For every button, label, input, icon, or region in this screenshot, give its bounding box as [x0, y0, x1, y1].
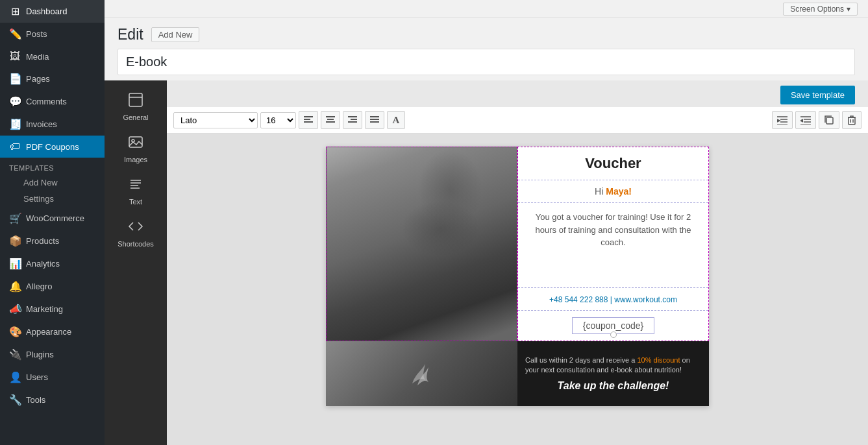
sidebar-item-users[interactable]: 👤 Users — [0, 366, 105, 389]
voucher-header-section: Voucher — [518, 147, 708, 180]
panel-item-text[interactable]: Text — [110, 171, 162, 211]
left-panel: General Images — [105, 80, 167, 445]
tools-icon: 🔧 — [9, 394, 21, 406]
sidebar-item-label: Analytics — [26, 259, 60, 269]
voucher-greeting-section: Hi Maya! — [518, 180, 708, 203]
svg-rect-0 — [129, 93, 142, 106]
indent-decrease-button[interactable] — [795, 111, 816, 129]
general-panel-icon — [128, 92, 143, 111]
allegro-icon: 🔔 — [9, 280, 21, 293]
template-name-row — [105, 49, 868, 80]
sidebar-item-marketing[interactable]: 📣 Marketing — [0, 298, 105, 320]
sidebar-item-analytics[interactable]: 📊 Analytics — [0, 252, 105, 275]
sidebar-item-label: Invoices — [26, 119, 57, 129]
duplicate-button[interactable] — [819, 111, 839, 129]
text-panel-icon — [128, 176, 143, 195]
page-header: Edit Add New — [105, 18, 868, 49]
panel-item-shortcodes[interactable]: Shortcodes — [110, 213, 162, 253]
voucher-small-text: Call us within 2 days and receive a 10% … — [525, 355, 701, 376]
sidebar-item-allegro[interactable]: 🔔 Allegro — [0, 275, 105, 298]
dashboard-icon: ⊞ — [9, 5, 21, 18]
sidebar-item-label: Dashboard — [26, 6, 68, 16]
delete-button[interactable] — [842, 111, 862, 129]
sidebar-item-label: Products — [26, 236, 59, 246]
sidebar-sub-item-add-new[interactable]: Add New — [0, 174, 105, 191]
media-icon: 🖼 — [9, 51, 21, 62]
voucher-challenge-text: Take up the challenge! — [525, 380, 701, 392]
voucher-discount: 10% discount — [637, 356, 680, 364]
products-icon: 📦 — [9, 235, 21, 247]
resize-handle[interactable] — [610, 331, 617, 338]
sidebar-sub-item-settings[interactable]: Settings — [0, 191, 105, 207]
posts-icon: ✏️ — [9, 28, 21, 40]
voucher-bottom-right: Call us within 2 days and receive a 10% … — [517, 341, 709, 406]
templates-section-header: Templates — [0, 158, 105, 174]
top-bar: Screen Options ▾ — [105, 0, 868, 18]
voucher-right: Voucher Hi Maya! You got a voucher for t… — [517, 147, 709, 341]
screen-options-button[interactable]: Screen Options ▾ — [783, 3, 858, 16]
sidebar-item-label: Posts — [26, 29, 47, 39]
panel-item-images[interactable]: Images — [110, 129, 162, 169]
svg-rect-11 — [327, 119, 334, 120]
voucher-contact-section: +48 544 222 888 | www.workout.com — [518, 288, 708, 311]
sidebar-item-pdf-coupons[interactable]: 🏷 PDF Coupons — [0, 136, 105, 158]
appearance-icon: 🎨 — [9, 326, 21, 338]
align-justify-button[interactable] — [365, 111, 384, 129]
voucher-contact: +48 544 222 888 | www.workout.com — [549, 295, 677, 304]
sidebar: ⊞ Dashboard ✏️ Posts 🖼 Media 📄 Pages 💬 C… — [0, 0, 105, 445]
svg-rect-18 — [370, 121, 379, 123]
plugins-icon: 🔌 — [9, 348, 21, 361]
sidebar-item-label: Comments — [26, 97, 67, 106]
save-template-button[interactable]: Save template — [780, 86, 855, 104]
canvas-area: Voucher Hi Maya! You got a voucher for t… — [167, 134, 868, 445]
align-right-button[interactable] — [343, 111, 362, 129]
sidebar-item-label: Tools — [26, 395, 45, 405]
svg-rect-14 — [351, 119, 357, 120]
align-left-button[interactable] — [299, 111, 318, 129]
svg-rect-13 — [348, 116, 357, 117]
add-new-button[interactable]: Add New — [151, 27, 200, 42]
align-center-button[interactable] — [321, 111, 340, 129]
editor-area: General Images — [105, 80, 868, 445]
svg-rect-17 — [370, 119, 379, 120]
sidebar-item-dashboard[interactable]: ⊞ Dashboard — [0, 0, 105, 23]
main-content: Screen Options ▾ Edit Add New General — [105, 0, 868, 445]
font-size-select[interactable]: 8101214 16182024 — [260, 112, 296, 128]
voucher-body-text: You got a voucher for training! Use it f… — [526, 211, 701, 249]
analytics-icon: 📊 — [9, 258, 21, 270]
shortcodes-panel-icon — [128, 219, 143, 237]
voucher-title: Voucher — [585, 155, 641, 171]
toolbar-right — [772, 111, 862, 129]
sidebar-item-label: Allegro — [26, 282, 52, 291]
indent-increase-button[interactable] — [772, 111, 793, 129]
sidebar-item-label: PDF Coupons — [26, 142, 79, 152]
bold-label: A — [393, 115, 400, 126]
panel-item-general[interactable]: General — [110, 87, 162, 126]
svg-rect-15 — [348, 121, 357, 123]
panel-item-label: Shortcodes — [118, 240, 154, 248]
sidebar-item-appearance[interactable]: 🎨 Appearance — [0, 320, 105, 343]
chevron-down-icon: ▾ — [847, 5, 850, 14]
sidebar-item-pages[interactable]: 📄 Pages — [0, 67, 105, 90]
panel-item-label: Text — [129, 198, 142, 206]
sidebar-item-label: Users — [26, 372, 48, 382]
sidebar-item-plugins[interactable]: 🔌 Plugins — [0, 343, 105, 366]
sidebar-item-products[interactable]: 📦 Products — [0, 230, 105, 252]
template-name-input[interactable] — [118, 49, 855, 75]
invoices-icon: 🧾 — [9, 118, 21, 130]
voucher-greeting: Hi Maya! — [595, 186, 632, 197]
panel-item-label: General — [123, 114, 148, 121]
sidebar-item-label: Media — [26, 52, 49, 62]
sidebar-item-tools[interactable]: 🔧 Tools — [0, 389, 105, 411]
sidebar-item-label: WooCommerce — [26, 213, 84, 223]
voucher-main: Voucher Hi Maya! You got a voucher for t… — [326, 147, 709, 341]
panel-item-label: Images — [124, 156, 147, 163]
sidebar-item-media[interactable]: 🖼 Media — [0, 45, 105, 67]
sidebar-item-comments[interactable]: 💬 Comments — [0, 90, 105, 113]
sidebar-item-invoices[interactable]: 🧾 Invoices — [0, 113, 105, 136]
font-select[interactable]: Lato Arial Georgia Verdana — [173, 112, 258, 128]
sidebar-item-posts[interactable]: ✏️ Posts — [0, 23, 105, 45]
sidebar-item-woocommerce[interactable]: 🛒 WooCommerce — [0, 207, 105, 230]
bold-button[interactable]: A — [387, 111, 405, 129]
voucher-template: Voucher Hi Maya! You got a voucher for t… — [326, 147, 709, 406]
